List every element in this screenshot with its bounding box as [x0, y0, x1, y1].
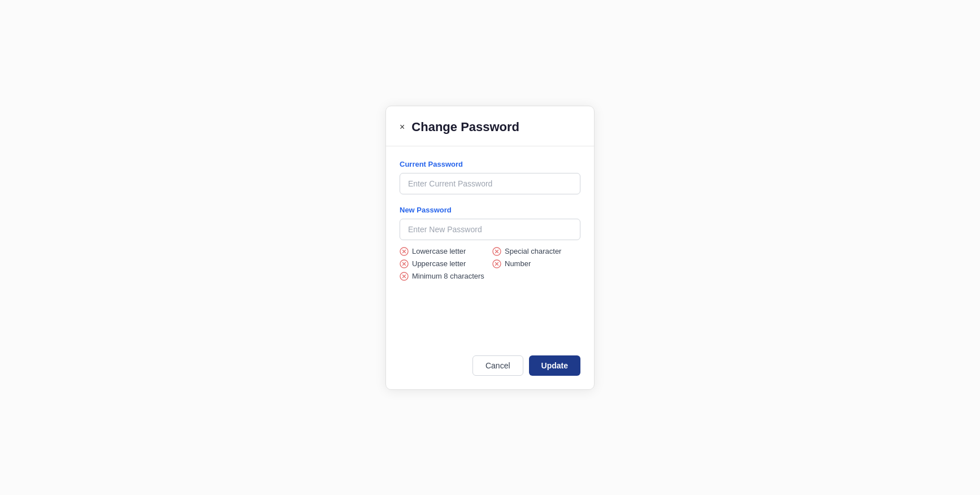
- new-password-group: New Password Lowercase letter: [400, 206, 580, 281]
- requirement-minchars: Minimum 8 characters: [400, 272, 488, 281]
- requirement-number-text: Number: [505, 259, 531, 268]
- modal-title: Change Password: [411, 120, 519, 134]
- modal-footer: Cancel Update: [386, 346, 594, 389]
- new-password-input[interactable]: [400, 219, 580, 240]
- requirement-minchars-icon: [400, 272, 409, 281]
- requirement-special: Special character: [492, 247, 580, 256]
- change-password-modal: × Change Password Current Password New P…: [385, 106, 595, 390]
- modal-body: Current Password New Password Lowercase …: [386, 146, 594, 346]
- new-password-label: New Password: [400, 206, 580, 214]
- current-password-group: Current Password: [400, 160, 580, 194]
- requirement-number: Number: [492, 259, 580, 268]
- requirement-number-icon: [492, 259, 501, 268]
- update-button[interactable]: Update: [529, 355, 580, 376]
- cancel-button[interactable]: Cancel: [472, 355, 523, 376]
- requirement-lowercase-text: Lowercase letter: [412, 247, 466, 255]
- requirement-uppercase-text: Uppercase letter: [412, 259, 466, 268]
- modal-header: × Change Password: [386, 106, 594, 146]
- requirement-lowercase: Lowercase letter: [400, 247, 488, 256]
- body-spacer: [400, 292, 580, 337]
- requirement-uppercase: Uppercase letter: [400, 259, 488, 268]
- requirement-lowercase-icon: [400, 247, 409, 256]
- requirement-minchars-text: Minimum 8 characters: [412, 272, 484, 280]
- current-password-input[interactable]: [400, 173, 580, 194]
- current-password-label: Current Password: [400, 160, 580, 168]
- close-icon[interactable]: ×: [400, 123, 405, 132]
- modal-overlay: × Change Password Current Password New P…: [0, 0, 980, 495]
- requirement-special-text: Special character: [505, 247, 561, 255]
- password-requirements: Lowercase letter Special character: [400, 247, 580, 281]
- requirement-uppercase-icon: [400, 259, 409, 268]
- requirement-special-icon: [492, 247, 501, 256]
